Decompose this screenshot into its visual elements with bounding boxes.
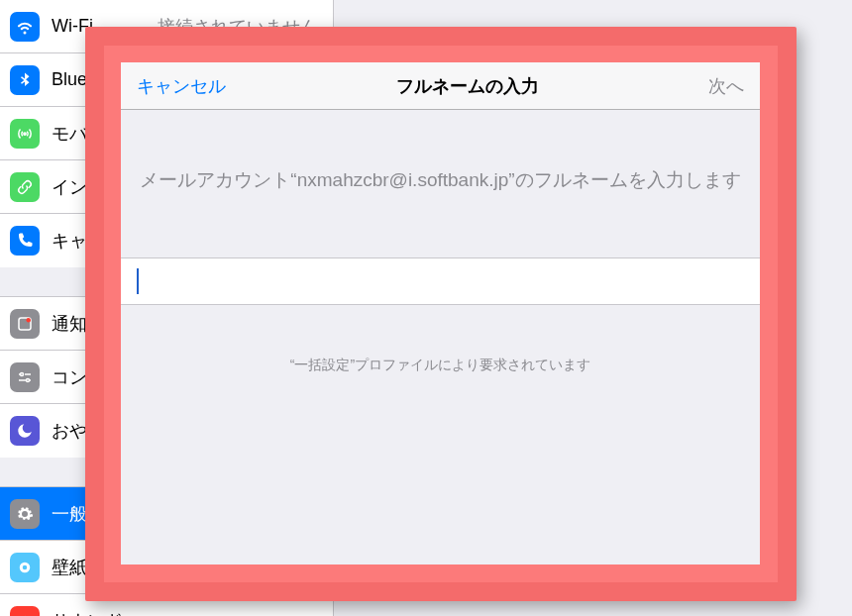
svg-point-3 <box>21 372 24 375</box>
svg-point-2 <box>27 318 32 323</box>
sidebar-item-label: サウンド <box>52 609 123 617</box>
sound-icon <box>10 606 40 617</box>
fullname-modal: キャンセル フルネームの入力 次へ メールアカウント“nxmahzcbr@i.s… <box>121 62 760 565</box>
fullname-field-wrap[interactable] <box>121 257 760 305</box>
wifi-icon <box>10 12 40 42</box>
highlight-frame: キャンセル フルネームの入力 次へ メールアカウント“nxmahzcbr@i.s… <box>85 27 797 601</box>
notification-icon <box>10 309 40 339</box>
modal-footnote: “一括設定”プロファイルにより要求されています <box>121 357 760 374</box>
gear-icon <box>10 499 40 529</box>
svg-point-0 <box>24 132 26 134</box>
phone-icon <box>10 226 40 256</box>
modal-title: フルネームの入力 <box>396 74 539 98</box>
modal-header: キャンセル フルネームの入力 次へ <box>121 62 760 110</box>
cellular-icon <box>10 119 40 149</box>
fullname-input[interactable] <box>139 258 744 304</box>
svg-point-10 <box>23 565 28 569</box>
tether-icon <box>10 172 40 202</box>
wallpaper-icon <box>10 553 40 582</box>
control-center-icon <box>10 362 40 392</box>
next-button[interactable]: 次へ <box>708 74 744 98</box>
sidebar-item-label: 一般 <box>52 502 87 526</box>
svg-point-6 <box>27 378 30 381</box>
cancel-button[interactable]: キャンセル <box>137 74 226 98</box>
bluetooth-icon <box>10 65 40 95</box>
moon-icon <box>10 416 40 446</box>
modal-prompt: メールアカウント“nxmahzcbr@i.softbank.jp”のフルネームを… <box>121 110 760 194</box>
